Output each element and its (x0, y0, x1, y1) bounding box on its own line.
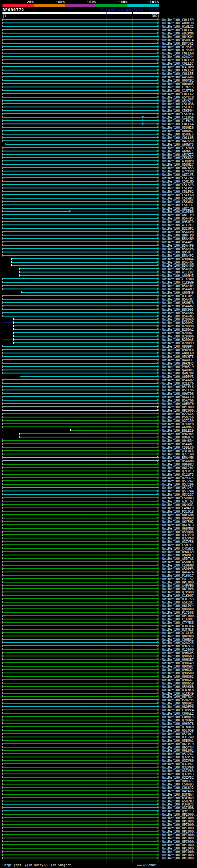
alignment-row[interactable]: UniRef100_Q04634 (0, 439, 197, 442)
alignment-row[interactable]: UniRef100_A4FVE0 (0, 584, 197, 587)
alignment-row[interactable]: UniRef100_UPI000.. (0, 409, 197, 412)
alignment-row[interactable]: UniRef100_C0LL58 (0, 58, 197, 62)
alignment-row[interactable]: UniRef100_B9W8L5 (0, 553, 197, 557)
alignment-row[interactable]: UniRef100_Q5J267 (0, 752, 197, 755)
alignment-row[interactable]: UniRef100_O96985 (0, 432, 197, 435)
alignment-row[interactable]: UniRef100_B9WCA9 (0, 550, 197, 553)
alignment-row[interactable]: UniRef100_C5M7K1 (0, 543, 197, 547)
alignment-row[interactable]: UniRef100_A3CTG3 (0, 499, 197, 503)
alignment-row[interactable]: UniRef100_Q2LEY6 (0, 381, 197, 385)
alignment-row[interactable]: UniRef100_B4ZG50 (0, 139, 197, 143)
alignment-row[interactable]: UniRef100_C0LL57 (0, 62, 197, 65)
alignment-row[interactable]: UniRef100_Q5I0C1 (0, 732, 197, 735)
alignment-row[interactable]: UniRef100_A6BMG5 (0, 425, 197, 429)
alignment-row[interactable]: UniRef100_C1MZI5 (0, 85, 197, 89)
alignment-row[interactable]: UniRef100_A0N0G7 (0, 129, 197, 132)
alignment-row[interactable]: UniRef100_Q9HG59 (0, 681, 197, 685)
alignment-row[interactable]: UniRef100_C1K9W8 (0, 277, 197, 280)
alignment-row[interactable]: UniRef100_C3VPX4 (0, 708, 197, 712)
alignment-row[interactable]: UniRef100_C0LL56 (0, 68, 197, 72)
alignment-row[interactable]: UniRef100_Q5UHI4 (0, 38, 197, 41)
alignment-row[interactable]: UniRef100_C5LF60 (0, 193, 197, 196)
alignment-row[interactable]: UniRef100_C5DUH3 (0, 496, 197, 499)
alignment-row[interactable]: UniRef100_Q9W7D6 (0, 392, 197, 395)
alignment-row[interactable]: UniRef100_B5A4N3 (0, 287, 197, 291)
alignment-row[interactable]: UniRef100_B6KN45 (0, 362, 197, 365)
alignment-row[interactable]: UniRef100_Q9Y713 (0, 809, 197, 813)
alignment-row[interactable]: UniRef100_Q2FRI3 (0, 469, 197, 473)
alignment-row[interactable]: UniRef100_C0LL63 (0, 136, 197, 139)
alignment-row[interactable]: UniRef100_B7X8Y8 (0, 422, 197, 426)
alignment-row[interactable]: UniRef100_A3QQP8 (0, 159, 197, 162)
alignment-row[interactable]: UniRef100_Q5UHI7 (0, 162, 197, 166)
alignment-row[interactable]: UniRef100_C0LL60 (0, 52, 197, 55)
alignment-row[interactable]: UniRef100_B3IUP2 (0, 227, 197, 230)
alignment-row[interactable]: UniRef100_A9QN43 (0, 274, 197, 277)
alignment-row[interactable]: UniRef100_UPI000.. (0, 830, 197, 833)
alignment-row[interactable]: UniRef100_Q3ZV60 (0, 536, 197, 540)
alignment-row[interactable]: UniRef100_Q00X92 (0, 79, 197, 82)
alignment-row[interactable]: UniRef100_Q95UT7 (0, 250, 197, 254)
alignment-row[interactable]: UniRef100_A4S6B6 (0, 75, 197, 79)
alignment-row[interactable]: UniRef100_Q7PDD0 (0, 590, 197, 594)
alignment-row[interactable]: UniRef100_C1MT59 (0, 89, 197, 92)
alignment-row[interactable]: UniRef100_Q195E0 (0, 210, 197, 213)
alignment-row[interactable]: UniRef100_P90519 (0, 365, 197, 368)
alignment-row[interactable]: UniRef100_B2DD97 (0, 321, 197, 324)
alignment-row[interactable]: UniRef100_B8LEI9 (0, 429, 197, 432)
alignment-row[interactable]: UniRef100_Q8I0P6 (0, 587, 197, 590)
alignment-row[interactable]: UniRef100_C5KWR3 (0, 196, 197, 200)
alignment-row[interactable]: UniRef100_C1E8S6 (0, 116, 197, 119)
alignment-row[interactable]: UniRef100_Q27140 (0, 452, 197, 456)
alignment-row[interactable]: UniRef100_Q8TRC4 (0, 695, 197, 698)
alignment-row[interactable]: UniRef100_Q195D9 (0, 48, 197, 52)
alignment-row[interactable]: UniRef100_Q00080 (0, 607, 197, 611)
alignment-row[interactable]: UniRef100_Q09TP8 (0, 234, 197, 237)
alignment-row[interactable]: UniRef100_Q0R377 (0, 779, 197, 782)
alignment-row[interactable]: UniRef100_Q84KQ1 (0, 503, 197, 506)
alignment-row[interactable]: UniRef100_B3FNA4 (0, 793, 197, 796)
alignment-row[interactable]: UniRef100_Q5UHI6 (0, 126, 197, 129)
alignment-row[interactable]: UniRef100_Q5UHI5 (0, 132, 197, 136)
alignment-row[interactable]: UniRef100_C5KWR2 (0, 200, 197, 203)
alignment-row[interactable]: UniRef100_Q59QD6 (0, 530, 197, 533)
alignment-row[interactable]: UniRef100_B2DDA0 (0, 317, 197, 321)
alignment-row[interactable]: UniRef100_A0DPV3 (0, 375, 197, 378)
alignment-row[interactable]: UniRef100_Q9HGA0 (0, 516, 197, 520)
alignment-row[interactable]: UniRef100_UPI000.. (0, 816, 197, 819)
alignment-row[interactable]: UniRef100_UPI000.. (0, 836, 197, 840)
alignment-row[interactable]: UniRef100_B2DDA3 (0, 338, 197, 341)
alignment-row[interactable]: UniRef100_Q9HGB7 (0, 658, 197, 661)
alignment-row[interactable]: UniRef100_A9QN44 (0, 257, 197, 260)
alignment-row[interactable]: UniRef100_UPI000.. (0, 846, 197, 850)
alignment-row[interactable]: UniRef100_C0H8L3 (0, 715, 197, 718)
alignment-row[interactable]: UniRef100_Q3ZV52 (0, 776, 197, 779)
alignment-row[interactable]: UniRef100_A2AX44 (0, 55, 197, 58)
alignment-row[interactable]: UniRef100_O44031 (0, 358, 197, 362)
alignment-row[interactable]: UniRef100_A5K2H7 (0, 600, 197, 604)
alignment-row[interactable]: UniRef100_Q84KQ4 (0, 35, 197, 38)
alignment-row[interactable]: UniRef100_UPI000.. (0, 840, 197, 843)
alignment-row[interactable]: UniRef100_Q6L202 (0, 466, 197, 469)
alignment-row[interactable]: UniRef100_P17506 (0, 611, 197, 614)
alignment-row[interactable]: UniRef100_C5U6M0 (0, 563, 197, 567)
alignment-row[interactable]: UniRef100_B6ACL0 (0, 395, 197, 398)
alignment-row[interactable]: UniRef100_B2DD99 (0, 341, 197, 345)
alignment-row[interactable]: UniRef100_B3FNE8 (0, 688, 197, 691)
alignment-row[interactable]: UniRef100_A6MWT5 (0, 143, 197, 146)
alignment-row[interactable]: UniRef100_UPI000.. (0, 405, 197, 409)
alignment-row[interactable]: UniRef100_Q3ZV74 (0, 755, 197, 759)
alignment-row[interactable]: UniRef100_Q00WU5 (0, 82, 197, 85)
alignment-row[interactable]: UniRef100_B1NHX0 (0, 725, 197, 728)
alignment-row[interactable]: UniRef100_Q4N7U4 (0, 371, 197, 375)
alignment-row[interactable]: UniRef100_UPI000.. (0, 823, 197, 826)
alignment-row[interactable]: UniRef100_C0HAL2 (0, 712, 197, 715)
alignment-row[interactable]: UniRef100_B5A4P1 (0, 240, 197, 244)
alignment-row[interactable]: UniRef100_Q95UT9 (0, 220, 197, 223)
alignment-row[interactable]: UniRef100_A5YKI8 (0, 95, 197, 99)
alignment-row[interactable]: UniRef100_B5A4N7 (0, 298, 197, 301)
alignment-row[interactable]: UniRef100_A5YKI1 (0, 99, 197, 102)
alignment-row[interactable]: UniRef100_B3FNI6 (0, 627, 197, 631)
alignment-row[interactable]: UniRef100_Q8PUR8 (0, 634, 197, 638)
alignment-row[interactable]: UniRef100_A1L2K7 (0, 223, 197, 227)
